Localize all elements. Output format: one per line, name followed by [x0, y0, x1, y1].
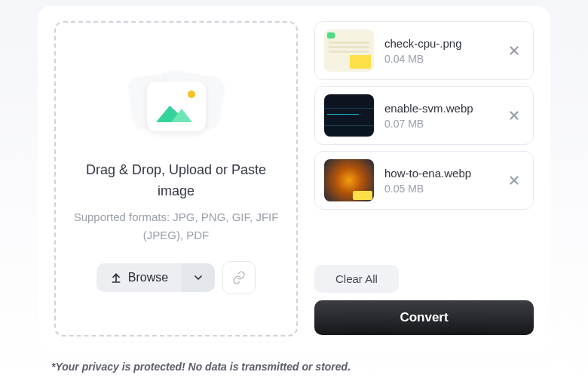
file-info: check-cpu-.png 0.04 MB [384, 37, 494, 65]
dropzone-subtitle: Supported formats: JPG, PNG, GIF, JFIF (… [66, 208, 286, 244]
link-icon [232, 271, 246, 284]
file-size: 0.04 MB [384, 53, 494, 65]
browse-label: Browse [128, 271, 168, 284]
file-name: enable-svm.webp [384, 102, 494, 115]
upload-panel: Drag & Drop, Upload or Paste image Suppo… [38, 6, 550, 352]
convert-button[interactable]: Convert [314, 300, 534, 335]
file-thumbnail [324, 159, 374, 201]
close-icon [507, 44, 521, 57]
file-info: how-to-ena.webp 0.05 MB [384, 167, 494, 195]
dropzone[interactable]: Drag & Drop, Upload or Paste image Suppo… [54, 21, 298, 337]
dropzone-title: Drag & Drop, Upload or Paste image [66, 160, 286, 202]
remove-file-button[interactable] [504, 106, 524, 125]
file-card: enable-svm.webp 0.07 MB [314, 86, 534, 145]
file-size: 0.05 MB [384, 183, 494, 195]
file-name: how-to-ena.webp [384, 167, 494, 180]
file-name: check-cpu-.png [384, 37, 494, 50]
browse-dropdown-button[interactable] [182, 263, 215, 292]
clear-all-button[interactable]: Clear All [314, 265, 399, 293]
file-thumbnail [324, 94, 374, 137]
remove-file-button[interactable] [504, 171, 524, 190]
close-icon [507, 174, 521, 187]
browse-row: Browse [96, 261, 256, 294]
remove-file-button[interactable] [504, 41, 524, 60]
file-card: check-cpu-.png 0.04 MB [314, 21, 534, 80]
close-icon [507, 109, 521, 122]
actions-row: Clear All Convert [314, 220, 534, 337]
chevron-down-icon [192, 272, 204, 284]
file-info: enable-svm.webp 0.07 MB [384, 102, 494, 130]
file-size: 0.07 MB [384, 118, 494, 130]
url-button[interactable] [222, 261, 256, 294]
image-stack-illustration [131, 71, 222, 146]
files-column: check-cpu-.png 0.04 MB enable-svm.webp 0… [314, 21, 534, 337]
browse-button-group: Browse [96, 263, 215, 292]
upload-icon [110, 272, 122, 284]
browse-button[interactable]: Browse [96, 263, 182, 292]
file-card: how-to-ena.webp 0.05 MB [314, 151, 534, 210]
privacy-note: *Your privacy is protected! No data is t… [51, 361, 588, 373]
file-thumbnail [324, 29, 374, 72]
